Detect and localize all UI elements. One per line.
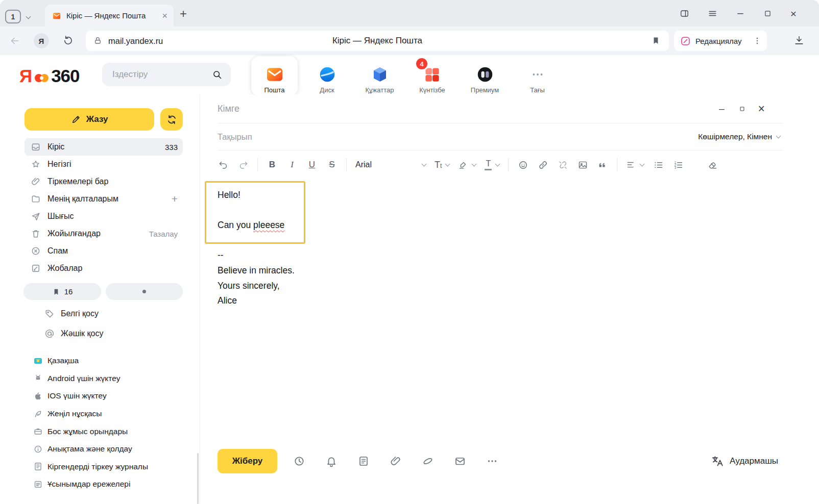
reminder-bell-icon[interactable] xyxy=(325,455,338,467)
yandex-home-button[interactable]: Я xyxy=(34,33,49,48)
side-panel-icon[interactable] xyxy=(680,9,689,18)
sidebar-item-spam[interactable]: Спам xyxy=(25,242,183,260)
sidebar-item-sent[interactable]: Шығыс xyxy=(25,208,183,225)
services-bar: Пошта Диск Құжаттар 4 Күнтізбе xyxy=(248,59,564,95)
new-tab-button[interactable]: + xyxy=(180,7,187,21)
window-maximize-button[interactable] xyxy=(763,9,772,18)
emoji-button[interactable] xyxy=(517,160,528,170)
svg-text:3: 3 xyxy=(674,165,676,169)
insert-link-button[interactable] xyxy=(537,160,548,170)
compose-body-editor[interactable]: Hello! Can you pleeese -- Believe in mir… xyxy=(218,188,295,309)
send-button[interactable]: Жіберу xyxy=(218,449,277,473)
address-bar[interactable]: mail.yandex.ru Кіріс — Яндекс Пошта xyxy=(86,31,669,51)
bookmark-filter-pill[interactable]: 16 xyxy=(23,283,101,300)
sidebar-footer-links: Қазақша Android үшін жүктеу IOS үшін жүк… xyxy=(33,352,148,493)
android-download-link[interactable]: Android үшін жүктеу xyxy=(33,370,148,388)
blockquote-button[interactable] xyxy=(597,160,608,170)
strikethrough-button[interactable]: S xyxy=(326,160,338,170)
browser-menu-icon[interactable] xyxy=(708,9,717,18)
apple-icon xyxy=(33,391,43,401)
edit-kebab-icon[interactable] xyxy=(753,36,762,45)
service-calendar[interactable]: 4 Күнтізбе xyxy=(406,59,459,95)
service-docs[interactable]: Құжаттар xyxy=(353,59,406,95)
signature-icon[interactable] xyxy=(422,455,434,467)
recommendation-rules-link[interactable]: Ұсынымдар ережелері xyxy=(33,475,148,493)
compose-minimize-button[interactable] xyxy=(717,105,726,113)
service-more[interactable]: Тағы xyxy=(511,59,564,95)
font-family-dropdown[interactable]: Arial xyxy=(355,160,426,169)
tab-close-button[interactable]: × xyxy=(162,11,167,20)
rules-icon xyxy=(33,480,43,489)
help-support-link[interactable]: Анықтама және қолдау xyxy=(33,440,148,458)
header-search[interactable]: Іздестіру xyxy=(102,63,231,86)
cc-from-toggle[interactable]: Көшірмелер, Кімнен xyxy=(698,132,783,141)
highlight-color-dropdown[interactable] xyxy=(458,160,476,170)
redo-button[interactable] xyxy=(237,160,249,170)
sidebar-item-with-attachments[interactable]: Тіркемелері бар xyxy=(25,173,183,190)
refresh-button[interactable] xyxy=(160,108,183,131)
bookmark-icon[interactable] xyxy=(651,36,661,45)
bold-button[interactable]: B xyxy=(267,160,278,170)
back-button[interactable] xyxy=(9,35,20,46)
clear-formatting-button[interactable] xyxy=(707,160,718,170)
template-icon[interactable] xyxy=(357,455,370,467)
numbered-list-button[interactable]: 123 xyxy=(672,160,684,170)
service-disk[interactable]: Диск xyxy=(301,59,353,95)
add-mailbox-button[interactable]: Жәшік қосу xyxy=(44,323,103,343)
help-icon xyxy=(33,444,43,454)
compose-close-button[interactable]: × xyxy=(758,103,765,115)
yandex360-logo[interactable]: Я 360 xyxy=(19,66,80,86)
disk-service-icon xyxy=(318,64,336,85)
attach-file-icon[interactable] xyxy=(390,455,402,467)
underline-button[interactable]: U xyxy=(306,160,318,170)
vacancies-link[interactable]: Бос жұмыс орындары xyxy=(33,422,148,440)
envelope-icon[interactable] xyxy=(454,455,466,467)
add-folder-button[interactable]: + xyxy=(172,193,178,204)
sidebar-item-primary[interactable]: Негізгі xyxy=(25,156,183,173)
text-color-bar xyxy=(485,169,492,170)
more-options-icon[interactable] xyxy=(486,455,498,467)
subject-input[interactable] xyxy=(218,132,698,142)
translator-button[interactable]: Аудармашы xyxy=(711,455,778,468)
text-color-dropdown[interactable]: T xyxy=(485,160,499,170)
browser-toolbar: Я mail.yandex.ru Кіріс — Яндекс Пошта Ре… xyxy=(0,27,819,55)
remove-link-button[interactable] xyxy=(557,160,568,170)
service-mail[interactable]: Пошта xyxy=(248,59,301,95)
edit-button[interactable]: Редакциялау xyxy=(674,31,767,51)
more-service-icon xyxy=(531,64,544,85)
compose-button[interactable]: Жазу xyxy=(25,108,154,131)
sidebar-item-trash[interactable]: Жойылғандар Тазалау xyxy=(25,225,183,242)
reload-button[interactable] xyxy=(62,35,74,46)
window-close-button[interactable]: × xyxy=(790,8,797,19)
sidebar-item-inbox[interactable]: Кіріс 333 xyxy=(25,138,183,156)
compose-restore-button[interactable] xyxy=(738,105,746,113)
schedule-send-icon[interactable] xyxy=(293,455,305,467)
add-tag-button[interactable]: Белгі қосу xyxy=(44,304,103,323)
sidebar-item-drafts[interactable]: Жобалар xyxy=(25,260,183,277)
light-version-link[interactable]: Жеңіл нұсқасы xyxy=(33,405,148,423)
sidebar-item-my-folders[interactable]: Менің қалталарым + xyxy=(25,190,183,208)
label-filter-pill[interactable] xyxy=(106,283,183,300)
ios-download-link[interactable]: IOS үшін жүктеу xyxy=(33,387,148,405)
tab-counter-button[interactable]: 1 xyxy=(5,10,21,23)
italic-button[interactable]: I xyxy=(286,160,298,170)
to-input[interactable] xyxy=(218,104,717,114)
downloads-button[interactable] xyxy=(793,35,805,46)
login-journal-link[interactable]: Кіргендерді тіркеу журналы xyxy=(33,458,148,476)
formatting-toolbar: B I U S Arial Tt xyxy=(218,150,783,179)
sidebar-scrollbar[interactable] xyxy=(197,453,199,504)
window-minimize-button[interactable] xyxy=(736,9,745,18)
service-premium[interactable]: Премиум xyxy=(459,59,511,95)
align-dropdown[interactable] xyxy=(626,160,644,170)
bullet-list-button[interactable] xyxy=(653,160,664,170)
insert-image-button[interactable] xyxy=(577,160,588,170)
undo-button[interactable] xyxy=(218,160,229,170)
empty-trash-button[interactable]: Тазалау xyxy=(149,230,178,238)
language-link[interactable]: Қазақша xyxy=(33,352,148,370)
tab-list-chevron-icon[interactable] xyxy=(27,11,30,20)
chevron-down-icon xyxy=(495,162,500,167)
browser-tab[interactable]: Кіріс — Яндекс Пошта × xyxy=(45,5,174,27)
chevron-down-icon xyxy=(445,162,450,167)
journal-icon xyxy=(33,462,43,471)
font-size-dropdown[interactable]: Tt xyxy=(435,160,449,170)
